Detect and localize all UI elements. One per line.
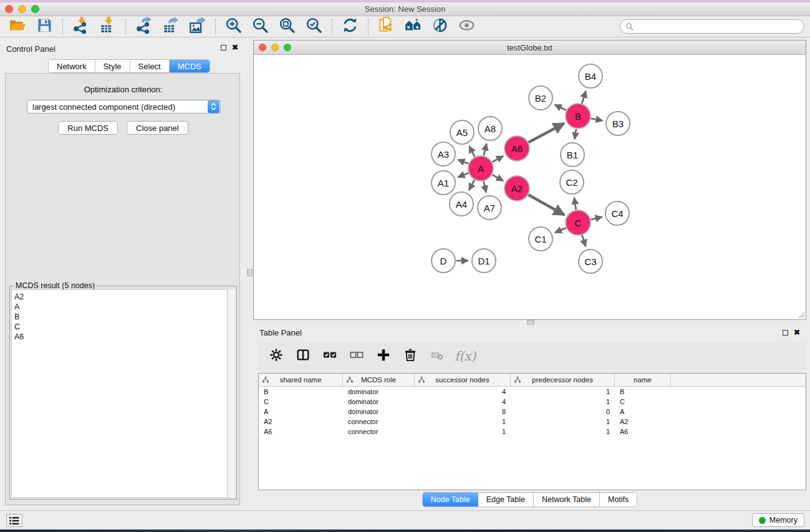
result-item[interactable]: A2 <box>14 292 227 302</box>
table-cell[interactable]: connector <box>343 418 415 425</box>
graph-node-C4[interactable]: C4 <box>605 201 630 226</box>
table-cell[interactable]: B <box>259 388 343 395</box>
result-item[interactable]: C <box>14 322 227 332</box>
import-network-button[interactable] <box>67 17 94 37</box>
graph-node-C1[interactable]: C1 <box>528 226 553 251</box>
graph-edge[interactable] <box>484 143 487 155</box>
table-row[interactable]: Adominator80A <box>259 407 806 417</box>
float-table-panel-icon[interactable] <box>783 330 788 336</box>
graphics-details-button[interactable] <box>400 17 427 37</box>
mcds-result-list[interactable]: A2ABCA6 <box>11 289 228 498</box>
table-cell[interactable]: dominator <box>343 388 415 395</box>
table-cell[interactable]: 1 <box>511 418 615 425</box>
zoom-selected-button[interactable] <box>301 17 327 37</box>
graph-node-A5[interactable]: A5 <box>450 120 475 145</box>
table-row[interactable]: Cdominator41C <box>259 397 806 407</box>
export-image-button[interactable] <box>184 17 211 37</box>
tab-edge-table[interactable]: Edge Table <box>478 493 534 506</box>
graph-edge[interactable] <box>484 181 486 192</box>
table-cell[interactable]: 1 <box>511 388 615 395</box>
column-header-shared-name[interactable]: shared name <box>259 374 343 386</box>
graph-edge[interactable] <box>492 156 503 162</box>
task-history-button[interactable] <box>6 514 22 527</box>
result-item[interactable]: A6 <box>14 332 227 342</box>
table-cell[interactable]: A6 <box>615 428 671 435</box>
select-all-button[interactable] <box>319 346 340 367</box>
float-panel-icon[interactable] <box>221 45 226 51</box>
graph-edge[interactable] <box>575 129 576 139</box>
graph-node-A2[interactable]: A2 <box>504 175 530 201</box>
split-view-button[interactable] <box>292 346 314 367</box>
graph-edge[interactable] <box>458 173 468 178</box>
apply-layout-button[interactable] <box>337 17 364 37</box>
graph-edge[interactable] <box>458 160 468 164</box>
result-item[interactable]: A <box>14 302 227 312</box>
graph-edge[interactable] <box>492 175 503 181</box>
mcds-result-scrollbar[interactable] <box>228 289 235 498</box>
graph-node-A6[interactable]: A6 <box>504 135 530 162</box>
export-table-button[interactable] <box>157 17 184 37</box>
table-cell[interactable]: 1 <box>511 398 615 405</box>
birds-eye-view-button[interactable] <box>453 17 480 37</box>
graph-node-B2[interactable]: B2 <box>528 85 553 110</box>
graph-node-C2[interactable]: C2 <box>559 170 584 195</box>
tab-mcds[interactable]: MCDS <box>170 60 210 72</box>
tab-node-table[interactable]: Node Table <box>423 493 478 506</box>
first-neighbors-button[interactable] <box>373 17 400 37</box>
table-cell[interactable]: C <box>259 398 343 405</box>
tab-select[interactable]: Select <box>130 60 170 72</box>
graph-node-B1[interactable]: B1 <box>560 142 585 167</box>
tab-motifs[interactable]: Motifs <box>600 493 637 506</box>
delete-column-button[interactable] <box>400 346 421 367</box>
tab-network[interactable]: Network <box>49 60 95 72</box>
tab-network-table[interactable]: Network Table <box>534 493 600 506</box>
zoom-in-button[interactable] <box>220 17 247 37</box>
delete-table-button[interactable] <box>427 346 448 367</box>
table-settings-button[interactable] <box>266 346 287 367</box>
graph-node-A1[interactable]: A1 <box>431 170 456 195</box>
graph-edge[interactable] <box>555 228 566 233</box>
table-cell[interactable]: 1 <box>415 418 511 425</box>
table-cell[interactable]: C <box>615 398 671 405</box>
graph-node-D[interactable]: D <box>431 248 456 273</box>
graph-edge[interactable] <box>528 195 564 215</box>
column-header-name[interactable]: name <box>615 374 671 386</box>
result-item[interactable]: B <box>14 312 227 322</box>
memory-button[interactable]: Memory <box>752 513 804 527</box>
table-row[interactable]: A6connector11A6 <box>259 427 806 437</box>
table-row[interactable]: Bdominator41B <box>259 387 806 397</box>
graph-node-D1[interactable]: D1 <box>471 248 496 273</box>
graph-edge[interactable] <box>469 180 475 190</box>
graph-edge[interactable] <box>591 217 602 220</box>
resize-grip-icon[interactable] <box>796 310 805 319</box>
open-session-button[interactable] <box>4 17 31 37</box>
zoom-fit-button[interactable] <box>274 17 301 37</box>
graph-edge[interactable] <box>469 146 475 157</box>
hide-details-button[interactable] <box>427 17 453 37</box>
unselect-all-button[interactable] <box>346 346 367 367</box>
graph-node-A4[interactable]: A4 <box>449 191 474 216</box>
table-row[interactable]: A2connector11A2 <box>259 417 806 427</box>
graph-edge[interactable] <box>555 105 567 110</box>
run-mcds-button[interactable]: Run MCDS <box>58 121 118 135</box>
table-cell[interactable]: 8 <box>415 408 511 415</box>
graph-edge[interactable] <box>574 198 576 210</box>
table-cell[interactable]: A6 <box>259 428 343 435</box>
table-cell[interactable]: A <box>259 408 343 415</box>
column-header-predecessor-nodes[interactable]: predecessor nodes <box>511 374 615 386</box>
table-cell[interactable]: dominator <box>343 408 415 415</box>
graph-node-A7[interactable]: A7 <box>477 195 502 220</box>
import-table-button[interactable] <box>94 17 121 37</box>
table-cell[interactable]: 1 <box>511 428 615 435</box>
close-panel-button[interactable]: Close panel <box>127 121 188 135</box>
column-header-mcds-role[interactable]: MCDS role <box>343 374 415 386</box>
add-column-button[interactable] <box>373 346 394 367</box>
column-header-successor-nodes[interactable]: successor nodes <box>415 374 511 386</box>
network-canvas[interactable]: B4B2BB3A8A5A6B1A3AC2A1A2A4A7C4CC1C3DD1 <box>254 56 806 319</box>
graph-node-B3[interactable]: B3 <box>605 111 630 136</box>
vertical-splitter-handle[interactable] <box>527 320 534 325</box>
criterion-dropdown[interactable]: largest connected component (directed) <box>27 100 221 114</box>
close-table-panel-icon[interactable]: ✖ <box>794 329 800 336</box>
graph-edge[interactable] <box>582 91 586 104</box>
table-cell[interactable]: A2 <box>615 418 671 425</box>
